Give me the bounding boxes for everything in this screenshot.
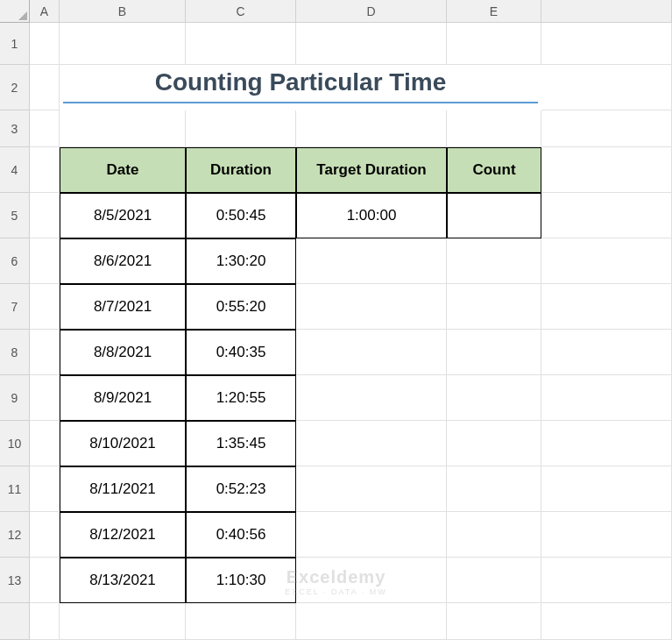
- cell-A13[interactable]: [30, 558, 60, 603]
- cell-D11[interactable]: [296, 466, 447, 512]
- cell-D8[interactable]: [296, 330, 447, 375]
- cell-date-0[interactable]: 8/5/2021: [60, 193, 186, 238]
- cell-D-extra[interactable]: [296, 603, 447, 640]
- cell-F12[interactable]: [541, 512, 672, 558]
- row-header-9[interactable]: 9: [0, 375, 30, 421]
- cell-E-extra[interactable]: [447, 603, 541, 640]
- cell-F-extra[interactable]: [541, 603, 672, 640]
- cell-B-extra[interactable]: [60, 603, 186, 640]
- cell-target-duration[interactable]: 1:00:00: [296, 193, 447, 238]
- cell-duration-3[interactable]: 0:40:35: [186, 330, 296, 375]
- row-header-4[interactable]: 4: [0, 147, 30, 193]
- row-header-5[interactable]: 5: [0, 193, 30, 238]
- cell-duration-2[interactable]: 0:55:20: [186, 284, 296, 330]
- cell-E3[interactable]: [447, 110, 541, 147]
- row-header-11[interactable]: 11: [0, 466, 30, 512]
- row-header-8[interactable]: 8: [0, 330, 30, 375]
- cell-F9[interactable]: [541, 375, 672, 421]
- cell-E9[interactable]: [447, 375, 541, 421]
- cell-duration-5[interactable]: 1:35:45: [186, 421, 296, 466]
- col-header-E[interactable]: E: [447, 0, 541, 23]
- row-header-12[interactable]: 12: [0, 512, 30, 558]
- cell-F1[interactable]: [541, 23, 672, 65]
- cell-E7[interactable]: [447, 284, 541, 330]
- table-header-date[interactable]: Date: [60, 147, 186, 193]
- row-header-3[interactable]: 3: [0, 110, 30, 147]
- cell-A12[interactable]: [30, 512, 60, 558]
- cell-F7[interactable]: [541, 284, 672, 330]
- cell-E6[interactable]: [447, 238, 541, 284]
- cell-C-extra[interactable]: [186, 603, 296, 640]
- cell-A11[interactable]: [30, 466, 60, 512]
- cell-F4[interactable]: [541, 147, 672, 193]
- cell-duration-1[interactable]: 1:30:20: [186, 238, 296, 284]
- cell-date-2[interactable]: 8/7/2021: [60, 284, 186, 330]
- cell-D1[interactable]: [296, 23, 447, 65]
- cell-duration-4[interactable]: 1:20:55: [186, 375, 296, 421]
- cell-A4[interactable]: [30, 147, 60, 193]
- cell-date-3[interactable]: 8/8/2021: [60, 330, 186, 375]
- cell-F6[interactable]: [541, 238, 672, 284]
- cell-date-8[interactable]: 8/13/2021: [60, 558, 186, 603]
- row-header-6[interactable]: 6: [0, 238, 30, 284]
- cell-C1[interactable]: [186, 23, 296, 65]
- cell-F5[interactable]: [541, 193, 672, 238]
- cell-F11[interactable]: [541, 466, 672, 512]
- cell-E11[interactable]: [447, 466, 541, 512]
- cell-A2[interactable]: [30, 65, 60, 110]
- table-header-target[interactable]: Target Duration: [296, 147, 447, 193]
- cell-F2[interactable]: [541, 65, 672, 110]
- cell-date-4[interactable]: 8/9/2021: [60, 375, 186, 421]
- cell-B1[interactable]: [60, 23, 186, 65]
- cell-E8[interactable]: [447, 330, 541, 375]
- cell-A7[interactable]: [30, 284, 60, 330]
- cell-D3[interactable]: [296, 110, 447, 147]
- row-header-2[interactable]: 2: [0, 65, 30, 110]
- cell-date-6[interactable]: 8/11/2021: [60, 466, 186, 512]
- cell-F13[interactable]: [541, 558, 672, 603]
- cell-A5[interactable]: [30, 193, 60, 238]
- cell-A3[interactable]: [30, 110, 60, 147]
- cell-D12[interactable]: [296, 512, 447, 558]
- cell-E1[interactable]: [447, 23, 541, 65]
- cell-D13[interactable]: [296, 558, 447, 603]
- cell-F10[interactable]: [541, 421, 672, 466]
- title-cell[interactable]: Counting Particular Time: [63, 65, 538, 103]
- cell-A10[interactable]: [30, 421, 60, 466]
- col-header-A[interactable]: A: [30, 0, 60, 23]
- cell-count[interactable]: [447, 193, 541, 238]
- col-header-B[interactable]: B: [60, 0, 186, 23]
- cell-B3[interactable]: [60, 110, 186, 147]
- row-header-10[interactable]: 10: [0, 421, 30, 466]
- row-header-1[interactable]: 1: [0, 23, 30, 65]
- col-header-C[interactable]: C: [186, 0, 296, 23]
- cell-E13[interactable]: [447, 558, 541, 603]
- cell-D7[interactable]: [296, 284, 447, 330]
- cell-D6[interactable]: [296, 238, 447, 284]
- table-header-duration[interactable]: Duration: [186, 147, 296, 193]
- col-header-D[interactable]: D: [296, 0, 447, 23]
- cell-D9[interactable]: [296, 375, 447, 421]
- cell-duration-0[interactable]: 0:50:45: [186, 193, 296, 238]
- cell-A-extra[interactable]: [30, 603, 60, 640]
- row-header-7[interactable]: 7: [0, 284, 30, 330]
- cell-C3[interactable]: [186, 110, 296, 147]
- cell-A8[interactable]: [30, 330, 60, 375]
- cell-duration-7[interactable]: 0:40:56: [186, 512, 296, 558]
- cell-E10[interactable]: [447, 421, 541, 466]
- cell-date-7[interactable]: 8/12/2021: [60, 512, 186, 558]
- cell-A9[interactable]: [30, 375, 60, 421]
- cell-duration-8[interactable]: 1:10:30: [186, 558, 296, 603]
- cell-A6[interactable]: [30, 238, 60, 284]
- cell-A1[interactable]: [30, 23, 60, 65]
- cell-date-5[interactable]: 8/10/2021: [60, 421, 186, 466]
- cell-F8[interactable]: [541, 330, 672, 375]
- select-all-corner[interactable]: [0, 0, 30, 23]
- table-header-count[interactable]: Count: [447, 147, 541, 193]
- cell-duration-6[interactable]: 0:52:23: [186, 466, 296, 512]
- cell-E12[interactable]: [447, 512, 541, 558]
- row-header-13[interactable]: 13: [0, 558, 30, 603]
- cell-date-1[interactable]: 8/6/2021: [60, 238, 186, 284]
- cell-F3[interactable]: [541, 110, 672, 147]
- cell-D10[interactable]: [296, 421, 447, 466]
